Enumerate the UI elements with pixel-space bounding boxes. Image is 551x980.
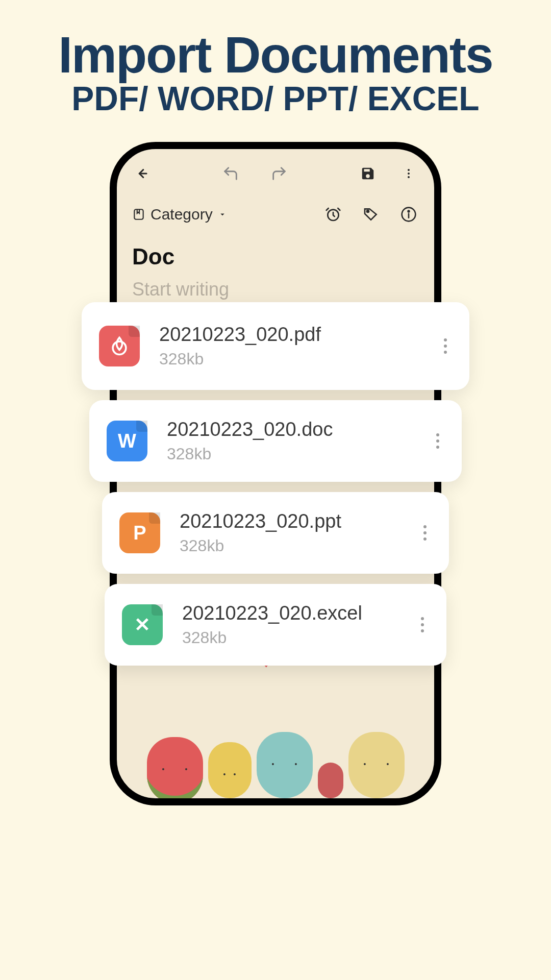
fruit-strawberry-icon <box>147 737 203 803</box>
excel-file-icon: ✕ <box>122 604 163 645</box>
app-top-bar <box>117 149 434 189</box>
more-vert-icon[interactable] <box>398 163 419 184</box>
chevron-down-icon <box>218 210 227 219</box>
alarm-icon[interactable] <box>323 204 343 225</box>
file-card-ppt[interactable]: P 20210223_020.ppt 328kb <box>102 492 449 574</box>
more-vert-icon[interactable] <box>416 612 429 638</box>
svg-point-9 <box>408 211 410 212</box>
file-name: 20210223_020.excel <box>182 602 416 624</box>
file-card-excel[interactable]: ✕ 20210223_020.excel 328kb <box>105 584 446 666</box>
svg-point-3 <box>408 176 410 178</box>
svg-point-10 <box>113 341 126 355</box>
file-size: 328kb <box>180 536 418 555</box>
more-vert-icon[interactable] <box>439 333 452 359</box>
note-title[interactable]: Doc <box>132 244 419 270</box>
info-icon[interactable] <box>398 204 419 225</box>
promo-subtitle: PDF/ WORD/ PPT/ EXCEL <box>0 79 551 118</box>
svg-point-2 <box>408 173 410 175</box>
file-size: 328kb <box>159 350 439 369</box>
fruit-blueberry-icon <box>257 732 313 798</box>
pdf-file-icon <box>99 326 140 366</box>
decorative-illustration: ❤ ❤ <box>117 676 434 798</box>
secondary-toolbar: Category <box>117 189 434 235</box>
file-card-pdf[interactable]: 20210223_020.pdf 328kb <box>82 302 469 390</box>
category-label: Category <box>151 206 213 223</box>
svg-point-1 <box>408 169 410 171</box>
fruit-lemon-icon <box>348 732 405 798</box>
file-list: 20210223_020.pdf 328kb W 20210223_020.do… <box>0 302 551 676</box>
file-size: 328kb <box>182 628 416 647</box>
tag-icon[interactable] <box>361 204 381 225</box>
file-card-doc[interactable]: W 20210223_020.doc 328kb <box>89 400 462 482</box>
file-name: 20210223_020.pdf <box>159 324 439 346</box>
bookmark-icon <box>132 208 145 221</box>
file-name: 20210223_020.doc <box>167 419 431 440</box>
more-vert-icon[interactable] <box>431 428 444 454</box>
promo-title: Import Documents <box>0 28 551 82</box>
svg-point-6 <box>367 210 369 212</box>
save-icon[interactable] <box>358 163 378 184</box>
file-name: 20210223_020.ppt <box>180 510 418 532</box>
category-dropdown[interactable]: Category <box>132 206 227 223</box>
back-icon[interactable] <box>131 163 152 184</box>
redo-icon[interactable] <box>269 163 289 184</box>
note-body-placeholder[interactable]: Start writing <box>132 279 419 300</box>
ppt-file-icon: P <box>119 512 160 553</box>
fruit-pear-icon <box>208 742 252 798</box>
fruit-small-icon <box>318 763 343 798</box>
file-size: 328kb <box>167 445 431 463</box>
note-editor: Doc Start writing <box>117 235 434 300</box>
more-vert-icon[interactable] <box>418 520 432 546</box>
doc-file-icon: W <box>107 421 147 461</box>
undo-icon[interactable] <box>220 163 241 184</box>
